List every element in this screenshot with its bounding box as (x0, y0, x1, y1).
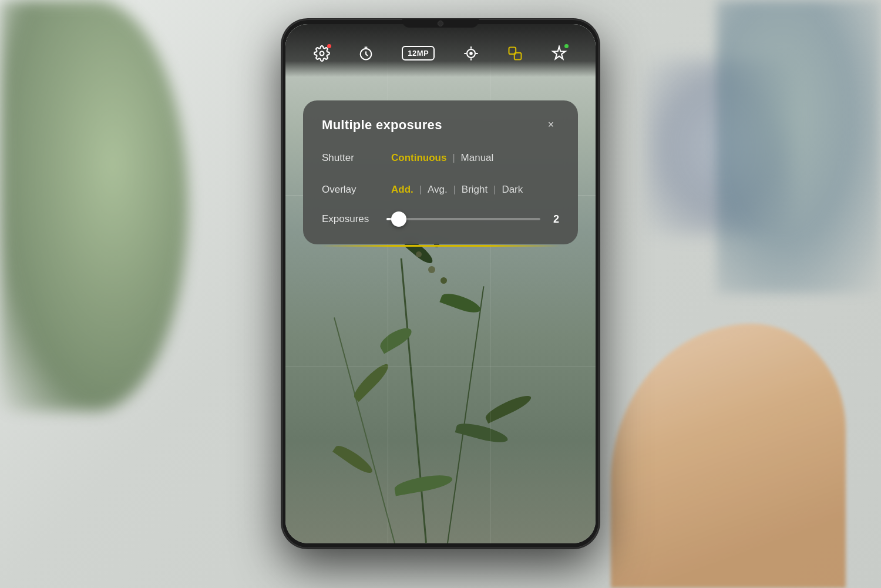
overlay-option-avg[interactable]: Avg. (423, 182, 452, 198)
focus-icon (463, 45, 479, 62)
overlay-options: Add. | Avg. | Bright | Dark (386, 182, 527, 198)
bg-plant-right (717, 0, 881, 294)
slider-thumb[interactable] (391, 211, 406, 227)
ai-green-dot (564, 44, 569, 48)
exposures-slider-row: 2 (386, 213, 559, 226)
dialog-header: Multiple exposures × (322, 117, 559, 133)
overlay-option-dark[interactable]: Dark (497, 182, 527, 198)
front-camera (438, 21, 443, 26)
overlay-option-add[interactable]: Add. (386, 182, 418, 198)
multiple-exposures-dialog: Multiple exposures × Shutter Continuous … (303, 100, 578, 244)
phone-body: 12MP (282, 19, 599, 548)
svg-point-0 (320, 51, 324, 55)
resolution-button[interactable]: 12MP (399, 43, 437, 63)
exposures-slider-track[interactable] (386, 218, 540, 220)
bg-plant-left (0, 0, 188, 411)
scene: 12MP (0, 0, 881, 588)
shutter-option-manual[interactable]: Manual (456, 150, 499, 166)
timer-icon (358, 45, 374, 62)
settings-button[interactable] (311, 43, 332, 64)
exposures-value: 2 (547, 213, 559, 226)
phone-wrapper: 12MP (282, 19, 599, 548)
settings-red-dot (327, 44, 331, 48)
exposures-label: Exposures (322, 213, 386, 225)
exposures-row: Exposures 2 (322, 213, 559, 226)
overlay-button[interactable] (505, 43, 526, 64)
dialog-title: Multiple exposures (322, 117, 442, 133)
phone-screen: 12MP (285, 24, 596, 543)
grid-line (285, 367, 596, 367)
focus-button[interactable] (460, 43, 482, 64)
shutter-option-continuous[interactable]: Continuous (386, 150, 451, 166)
overlay-option-bright[interactable]: Bright (457, 182, 492, 198)
svg-point-4 (470, 52, 472, 55)
overlay-row: Overlay Add. | Avg. | Bright | Dark (322, 182, 559, 198)
resolution-badge: 12MP (402, 46, 435, 61)
overlay-label: Overlay (322, 184, 386, 196)
phone-notch (402, 19, 479, 28)
dialog-accent-line (321, 245, 560, 247)
shutter-row: Shutter Continuous | Manual (322, 150, 559, 166)
dialog-close-button[interactable]: × (543, 117, 559, 133)
timer-button[interactable] (355, 43, 376, 64)
shutter-label: Shutter (322, 152, 386, 164)
ai-button[interactable] (549, 43, 570, 64)
camera-top-bar: 12MP (285, 24, 596, 77)
bg-hand (611, 324, 846, 588)
overlay-icon (507, 45, 523, 62)
shutter-options: Continuous | Manual (386, 150, 498, 166)
